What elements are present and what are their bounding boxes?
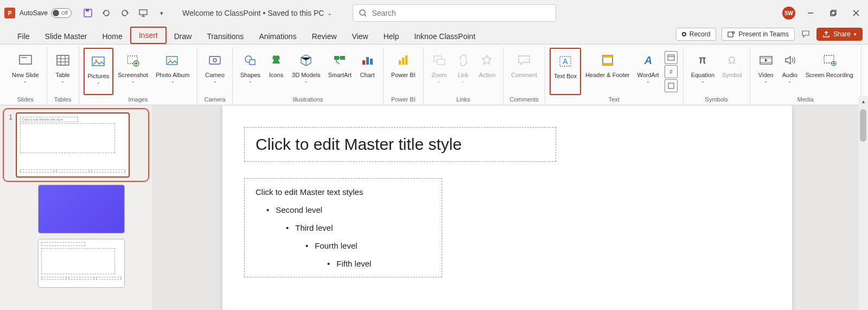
chevron-down-icon: ▾ [854, 31, 857, 37]
tab-slide-master[interactable]: Slide Master [37, 29, 95, 44]
layout-thumbnail-2[interactable] [38, 239, 146, 288]
shapes-button[interactable]: Shapes ⌄ [237, 48, 264, 95]
equation-button[interactable]: π Equation ⌄ [688, 48, 718, 95]
group-links: Zoom ⌄ Link ⌄ Action Links [424, 47, 504, 105]
thumbnail-number: 1 [7, 113, 12, 121]
cameo-button[interactable]: Cameo ⌄ [202, 48, 227, 95]
tab-draw[interactable]: Draw [167, 29, 200, 44]
screen-recording-button[interactable]: Screen Recording [802, 48, 857, 95]
search-box[interactable] [353, 4, 556, 22]
restore-button[interactable] [826, 5, 841, 21]
autosave-toggle[interactable]: AutoSave Off [20, 8, 72, 18]
search-input[interactable] [372, 9, 550, 17]
action-label: Action [479, 72, 496, 79]
new-slide-button[interactable]: New Slide ⌄ [9, 48, 42, 95]
chart-button[interactable]: Chart [356, 48, 379, 95]
audio-button[interactable]: Audio ⌄ [778, 48, 801, 95]
slide-canvas-area[interactable]: Click to edit Master title style Click t… [152, 105, 868, 310]
pictures-button[interactable]: Pictures ⌄ [84, 48, 114, 95]
power-bi-button[interactable]: Power BI [388, 48, 419, 95]
video-label: Video [758, 72, 774, 79]
minimize-button[interactable] [803, 5, 818, 21]
record-icon [682, 32, 686, 36]
svg-point-18 [213, 59, 216, 62]
table-icon [55, 50, 71, 71]
zoom-button: Zoom ⌄ [428, 48, 451, 95]
group-text: A Text Box Header & Footer A WordArt ⌄ #… [545, 47, 684, 105]
thumb-footer-ph [41, 277, 67, 280]
smartart-button[interactable]: SmartArt [325, 48, 355, 95]
caret-icon: ⌄ [788, 79, 792, 84]
tab-home[interactable]: Home [94, 29, 130, 44]
user-avatar[interactable]: SW [782, 7, 795, 20]
date-time-icon[interactable] [665, 51, 678, 64]
save-icon[interactable] [82, 8, 93, 18]
comments-pane-icon[interactable] [800, 27, 811, 42]
smartart-label: SmartArt [328, 72, 352, 79]
comment-icon [516, 50, 532, 71]
text-box-button[interactable]: A Text Box [550, 48, 581, 95]
header-footer-button[interactable]: Header & Footer [582, 48, 633, 95]
cameo-label: Cameo [205, 72, 224, 79]
qat-more-icon[interactable]: ▾ [156, 8, 167, 18]
vertical-scrollbar[interactable]: ▴ [858, 106, 868, 310]
tab-inknoe-classpoint[interactable]: Inknoe ClassPoint [406, 29, 483, 44]
record-button[interactable]: Record [676, 28, 717, 41]
caret-icon: ⌄ [23, 79, 27, 84]
present-in-teams-button[interactable]: Present in Teams [722, 28, 795, 41]
scrollbar-thumb[interactable] [860, 109, 866, 142]
thumb-body-ph [20, 123, 115, 153]
thumb-footer-ph [68, 277, 94, 280]
tab-transitions[interactable]: Transitions [199, 29, 251, 44]
layout-thumbnail-1[interactable] [38, 185, 146, 233]
symbol-label: Symbol [722, 72, 742, 79]
tab-file[interactable]: File [10, 29, 37, 44]
share-button[interactable]: Share ▾ [816, 28, 863, 41]
slide-master[interactable]: Click to edit Master title style Click t… [222, 105, 792, 310]
close-button[interactable] [848, 5, 864, 21]
video-button[interactable]: Video ⌄ [755, 48, 777, 95]
scroll-up-icon[interactable]: ▴ [858, 96, 868, 106]
smartart-icon [332, 50, 347, 71]
svg-rect-8 [20, 55, 31, 64]
icons-label: Icons [269, 72, 283, 79]
icons-button[interactable]: Icons [265, 48, 288, 95]
tab-help[interactable]: Help [376, 29, 407, 44]
thumbnail-layout-gradient[interactable] [38, 185, 125, 233]
photo-album-button[interactable]: Photo Album ⌄ [152, 48, 193, 95]
screenshot-button[interactable]: Screenshot ⌄ [114, 48, 151, 95]
screenshot-label: Screenshot [118, 72, 148, 79]
tab-animations[interactable]: Animations [251, 29, 304, 44]
tab-review[interactable]: Review [304, 29, 344, 44]
audio-icon [782, 50, 797, 71]
new-slide-icon [18, 50, 33, 71]
slide-number-icon[interactable]: # [665, 65, 678, 78]
tab-view[interactable]: View [344, 29, 376, 44]
title-placeholder[interactable]: Click to edit Master title style [244, 127, 556, 162]
master-thumbnail[interactable]: 1 Click to edit Master title style [5, 111, 146, 179]
three-d-models-button[interactable]: 3D Models ⌄ [289, 48, 324, 95]
body-placeholder[interactable]: Click to edit Master text styles Second … [244, 178, 442, 277]
video-icon [758, 50, 774, 71]
undo-icon[interactable] [101, 8, 112, 18]
svg-rect-28 [405, 55, 407, 65]
document-title[interactable]: Welcome to ClassPoint • Saved to this PC… [182, 9, 332, 17]
redo-icon[interactable] [119, 8, 130, 18]
thumbnail-master-slide[interactable]: Click to edit Master title style [16, 112, 130, 178]
object-icon[interactable] [665, 79, 678, 92]
group-label-camera: Camera [202, 95, 227, 105]
slide-thumbnails-panel: 1 Click to edit Master title style [0, 105, 152, 310]
table-button[interactable]: Table ⌄ [52, 48, 74, 95]
thumbnail-layout-content[interactable] [38, 239, 125, 288]
toggle-switch[interactable]: Off [51, 8, 72, 18]
svg-text:A: A [563, 57, 568, 66]
thumb-title-ph [41, 242, 85, 246]
slideshow-icon[interactable] [138, 8, 149, 18]
wordart-button[interactable]: A WordArt ⌄ [634, 48, 662, 95]
photo-album-icon [165, 50, 180, 71]
thumb-footer-ph [91, 169, 125, 173]
tab-insert[interactable]: Insert [130, 27, 167, 44]
comment-button: Comment [508, 48, 540, 95]
thumb-footer-ph [56, 169, 90, 173]
header-footer-label: Header & Footer [585, 72, 629, 79]
